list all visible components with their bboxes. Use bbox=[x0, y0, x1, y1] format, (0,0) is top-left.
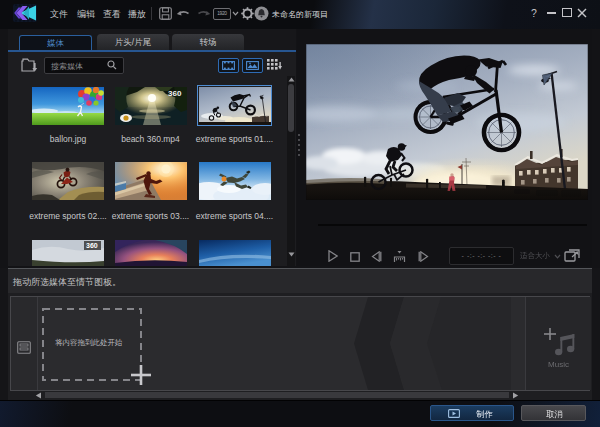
svg-text:360: 360 bbox=[168, 89, 182, 98]
svg-text:360: 360 bbox=[86, 242, 98, 249]
